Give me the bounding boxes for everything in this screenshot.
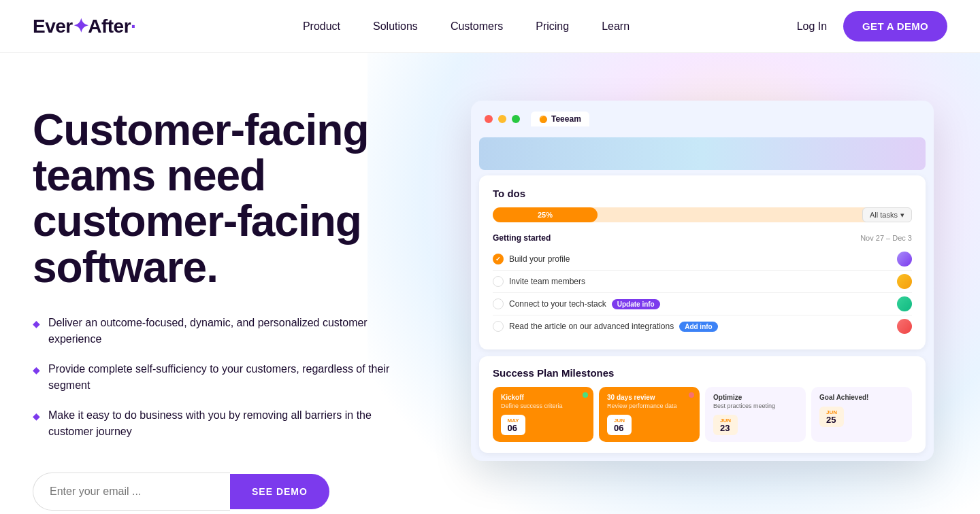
todo-tag-3: Update info [612,299,660,309]
see-demo-button[interactable]: SEE DEMO [230,474,329,509]
milestone-day-goal: 25 [826,415,837,424]
banner-strip [479,137,926,170]
milestone-day-review: 06 [614,424,625,432]
milestone-day-kickoff: 06 [507,424,519,432]
todo-text-1: Build your profile [509,254,570,264]
bullet-2: ◆ Provide complete self-sufficiency to y… [33,361,414,394]
milestone-dot-kickoff [583,392,588,398]
todo-text-3: Connect to your tech-stack [509,299,606,309]
milestone-kickoff: Kickoff Define success criteria MAY 06 [493,387,593,442]
todo-item-2: Invite team members [493,271,912,293]
progress-text: 25% [538,211,553,219]
nav-solutions[interactable]: Solutions [373,20,418,33]
chevron-icon: ▾ [900,211,904,220]
milestone-sub-kickoff: Define success criteria [501,402,585,409]
milestone-day-optimize: 23 [720,424,731,432]
milestone-label-optimize: Optimize [713,394,798,401]
window-dot-green [512,115,520,123]
section-header: Getting started Nov 27 – Dec 3 [493,233,912,243]
nav-actions: Log In GET A DEMO [797,11,947,41]
hero-title: Customer-facing teams need customer-faci… [33,107,414,290]
section-date: Nov 27 – Dec 3 [860,234,912,242]
diamond-icon-2: ◆ [33,363,40,377]
logo-dot: ✦ [73,16,88,37]
nav-learn[interactable]: Learn [602,20,630,33]
milestones-title: Success Plan Milestones [493,367,912,379]
tab-icon: 🟠 [539,116,547,123]
progress-bar-fill: 25% [493,207,598,222]
milestone-label-goal: Goal Achieved! [819,394,904,401]
window-dot-yellow [498,115,506,123]
milestone-label-review: 30 days review [607,394,691,401]
todo-avatar-1 [897,252,912,267]
section-label: Getting started [493,233,551,243]
hero-bullets: ◆ Deliver an outcome-focused, dynamic, a… [33,315,414,440]
diamond-icon-1: ◆ [33,317,40,331]
email-input[interactable] [33,473,230,511]
todo-avatar-2 [897,274,912,289]
milestone-review: 30 days review Review performance data J… [599,387,700,442]
milestone-sub-review: Review performance data [607,402,691,409]
all-tasks-button[interactable]: All tasks ▾ [862,207,912,222]
milestone-date-review: JUN 06 [607,415,632,435]
todo-check-empty-4 [493,321,504,332]
window-dot-red [485,115,493,123]
milestone-sub-optimize: Best practices meeting [713,402,798,409]
milestone-goal: Goal Achieved! JUN 25 [811,387,912,442]
todo-text-4: Read the article on our advanced integra… [509,322,674,331]
milestone-label-kickoff: Kickoff [501,394,585,401]
dashboard-mockup: 🟠 Teeeam To dos 25% All tasks [471,101,947,461]
get-demo-button[interactable]: GET A DEMO [843,11,947,41]
milestone-date-optimize: JUN 23 [713,415,738,435]
todos-card: To dos 25% All tasks ▾ Getting star [479,175,926,349]
dashboard-window: 🟠 Teeeam To dos 25% All tasks [471,101,934,461]
nav-customers[interactable]: Customers [451,20,503,33]
todo-item-1: Build your profile [493,248,912,271]
todo-avatar-4 [897,319,912,334]
todo-check-empty-3 [493,298,504,309]
todo-tag-4: Add info [679,322,718,332]
todo-item-4: Read the article on our advanced integra… [493,315,912,337]
navbar: Ever✦After· Product Solutions Customers … [0,0,980,53]
nav-product[interactable]: Product [303,20,340,33]
login-button[interactable]: Log In [797,20,827,33]
milestones-card: Success Plan Milestones Kickoff Define s… [479,356,926,453]
bullet-1: ◆ Deliver an outcome-focused, dynamic, a… [33,315,414,347]
diamond-icon-3: ◆ [33,409,40,424]
hero-section: Customer-facing teams need customer-faci… [0,53,980,514]
window-bar: 🟠 Teeeam [479,109,926,129]
todo-item-3: Connect to your tech-stack Update info [493,293,912,315]
milestone-date-goal: JUN 25 [819,407,844,427]
todo-check-empty-2 [493,276,504,287]
nav-links: Product Solutions Customers Pricing Lear… [303,20,630,33]
todo-text-2: Invite team members [509,277,585,286]
window-tab: 🟠 Teeeam [531,112,589,126]
progress-container: 25% All tasks ▾ [493,207,912,222]
todos-title: To dos [493,188,912,199]
progress-bar-bg: 25% [493,207,912,222]
milestone-timeline: Kickoff Define success criteria MAY 06 3… [493,387,912,442]
milestone-optimize: Optimize Best practices meeting JUN 23 [705,387,806,442]
email-form: SEE DEMO [33,473,414,511]
todo-avatar-3 [897,296,912,311]
hero-content: Customer-facing teams need customer-faci… [33,94,414,511]
nav-pricing[interactable]: Pricing [536,20,569,33]
bullet-3: ◆ Make it easy to do business with you b… [33,407,414,440]
todo-check-done [493,254,504,264]
milestone-dot-review [689,392,694,398]
milestone-date-kickoff: MAY 06 [501,415,525,435]
logo[interactable]: Ever✦After· [33,15,135,37]
